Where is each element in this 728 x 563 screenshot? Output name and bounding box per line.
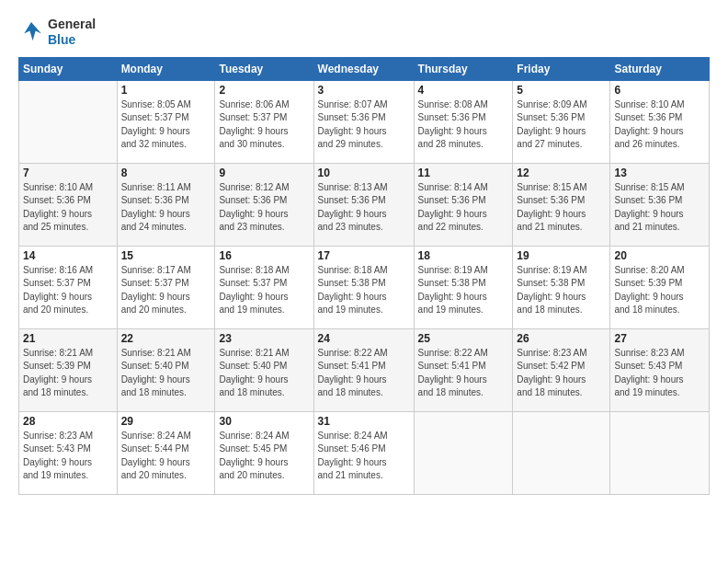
header-day-thursday: Thursday — [414, 57, 513, 80]
calendar-cell: 16Sunrise: 8:18 AMSunset: 5:37 PMDayligh… — [215, 246, 313, 328]
day-number: 13 — [614, 167, 705, 179]
calendar-cell: 27Sunrise: 8:23 AMSunset: 5:43 PMDayligh… — [610, 328, 710, 411]
calendar-cell: 14Sunrise: 8:16 AMSunset: 5:37 PMDayligh… — [19, 246, 118, 328]
day-info: Sunrise: 8:06 AMSunset: 5:37 PMDaylight:… — [219, 98, 309, 152]
day-number: 27 — [614, 332, 705, 345]
calendar-cell: 13Sunrise: 8:15 AMSunset: 5:36 PMDayligh… — [610, 163, 710, 246]
header-day-saturday: Saturday — [610, 57, 710, 80]
day-number: 20 — [614, 249, 705, 262]
day-number: 19 — [517, 249, 606, 262]
calendar-cell: 31Sunrise: 8:24 AMSunset: 5:46 PMDayligh… — [313, 411, 414, 494]
calendar-cell: 5Sunrise: 8:09 AMSunset: 5:36 PMDaylight… — [513, 80, 610, 163]
day-info: Sunrise: 8:20 AMSunset: 5:39 PMDaylight:… — [614, 264, 705, 317]
calendar-cell: 29Sunrise: 8:24 AMSunset: 5:44 PMDayligh… — [117, 411, 215, 494]
calendar-cell: 7Sunrise: 8:10 AMSunset: 5:36 PMDaylight… — [19, 163, 118, 246]
header-day-tuesday: Tuesday — [215, 57, 313, 80]
calendar-cell — [610, 411, 710, 494]
calendar-header-row: SundayMondayTuesdayWednesdayThursdayFrid… — [19, 57, 710, 80]
day-info: Sunrise: 8:24 AMSunset: 5:46 PMDaylight:… — [318, 430, 410, 483]
calendar-cell: 6Sunrise: 8:10 AMSunset: 5:36 PMDaylight… — [610, 80, 710, 163]
day-info: Sunrise: 8:18 AMSunset: 5:38 PMDaylight:… — [318, 264, 410, 317]
logo: General Blue — [18, 17, 96, 48]
day-number: 17 — [318, 249, 410, 262]
day-info: Sunrise: 8:17 AMSunset: 5:37 PMDaylight:… — [121, 264, 211, 317]
day-number: 10 — [318, 167, 410, 179]
calendar-cell: 21Sunrise: 8:21 AMSunset: 5:39 PMDayligh… — [19, 328, 118, 411]
calendar-cell: 4Sunrise: 8:08 AMSunset: 5:36 PMDaylight… — [414, 80, 513, 163]
day-info: Sunrise: 8:08 AMSunset: 5:36 PMDaylight:… — [418, 98, 509, 152]
calendar-cell: 26Sunrise: 8:23 AMSunset: 5:42 PMDayligh… — [513, 328, 610, 411]
calendar-week-row: 28Sunrise: 8:23 AMSunset: 5:43 PMDayligh… — [19, 411, 710, 494]
calendar-cell: 9Sunrise: 8:12 AMSunset: 5:36 PMDaylight… — [215, 163, 313, 246]
header-day-monday: Monday — [117, 57, 215, 80]
day-info: Sunrise: 8:15 AMSunset: 5:36 PMDaylight:… — [517, 181, 606, 235]
calendar-cell: 11Sunrise: 8:14 AMSunset: 5:36 PMDayligh… — [414, 163, 513, 246]
day-info: Sunrise: 8:12 AMSunset: 5:36 PMDaylight:… — [219, 181, 309, 235]
day-info: Sunrise: 8:19 AMSunset: 5:38 PMDaylight:… — [517, 264, 606, 317]
calendar-cell: 1Sunrise: 8:05 AMSunset: 5:37 PMDaylight… — [117, 80, 215, 163]
day-number: 30 — [219, 415, 309, 428]
day-number: 15 — [121, 249, 211, 262]
day-info: Sunrise: 8:24 AMSunset: 5:45 PMDaylight:… — [219, 430, 309, 483]
calendar-week-row: 1Sunrise: 8:05 AMSunset: 5:37 PMDaylight… — [19, 80, 710, 163]
day-number: 6 — [614, 84, 705, 97]
day-number: 28 — [23, 415, 113, 428]
day-number: 26 — [517, 332, 606, 345]
calendar-cell: 25Sunrise: 8:22 AMSunset: 5:41 PMDayligh… — [414, 328, 513, 411]
day-info: Sunrise: 8:18 AMSunset: 5:37 PMDaylight:… — [219, 264, 309, 317]
day-info: Sunrise: 8:13 AMSunset: 5:36 PMDaylight:… — [318, 181, 410, 235]
day-info: Sunrise: 8:09 AMSunset: 5:36 PMDaylight:… — [517, 98, 606, 152]
logo-icon — [18, 19, 44, 45]
day-info: Sunrise: 8:23 AMSunset: 5:43 PMDaylight:… — [23, 430, 113, 483]
calendar-cell: 18Sunrise: 8:19 AMSunset: 5:38 PMDayligh… — [414, 246, 513, 328]
day-info: Sunrise: 8:10 AMSunset: 5:36 PMDaylight:… — [614, 98, 705, 152]
day-number: 7 — [23, 167, 113, 179]
day-info: Sunrise: 8:23 AMSunset: 5:43 PMDaylight:… — [614, 347, 705, 400]
day-number: 14 — [23, 249, 113, 262]
calendar-cell: 19Sunrise: 8:19 AMSunset: 5:38 PMDayligh… — [513, 246, 610, 328]
day-info: Sunrise: 8:22 AMSunset: 5:41 PMDaylight:… — [318, 347, 410, 400]
calendar-cell: 8Sunrise: 8:11 AMSunset: 5:36 PMDaylight… — [117, 163, 215, 246]
header-day-friday: Friday — [513, 57, 610, 80]
day-number: 2 — [219, 84, 309, 97]
calendar-cell — [414, 411, 513, 494]
page: General Blue SundayMondayTuesdayWednesda… — [0, 0, 728, 563]
calendar-week-row: 14Sunrise: 8:16 AMSunset: 5:37 PMDayligh… — [19, 246, 710, 328]
calendar-cell: 23Sunrise: 8:21 AMSunset: 5:40 PMDayligh… — [215, 328, 313, 411]
day-number: 9 — [219, 167, 309, 179]
calendar-cell: 20Sunrise: 8:20 AMSunset: 5:39 PMDayligh… — [610, 246, 710, 328]
calendar-cell: 24Sunrise: 8:22 AMSunset: 5:41 PMDayligh… — [313, 328, 414, 411]
day-info: Sunrise: 8:14 AMSunset: 5:36 PMDaylight:… — [418, 181, 509, 235]
header: General Blue — [18, 17, 710, 48]
calendar-cell: 28Sunrise: 8:23 AMSunset: 5:43 PMDayligh… — [19, 411, 118, 494]
day-number: 5 — [517, 84, 606, 97]
day-info: Sunrise: 8:19 AMSunset: 5:38 PMDaylight:… — [418, 264, 509, 317]
day-number: 21 — [23, 332, 113, 345]
header-day-wednesday: Wednesday — [313, 57, 414, 80]
day-number: 18 — [418, 249, 509, 262]
calendar-cell: 2Sunrise: 8:06 AMSunset: 5:37 PMDaylight… — [215, 80, 313, 163]
day-number: 16 — [219, 249, 309, 262]
calendar-cell: 12Sunrise: 8:15 AMSunset: 5:36 PMDayligh… — [513, 163, 610, 246]
svg-marker-0 — [24, 22, 41, 40]
day-number: 22 — [121, 332, 211, 345]
day-number: 12 — [517, 167, 606, 179]
calendar-cell: 3Sunrise: 8:07 AMSunset: 5:36 PMDaylight… — [313, 80, 414, 163]
day-number: 31 — [318, 415, 410, 428]
calendar-week-row: 21Sunrise: 8:21 AMSunset: 5:39 PMDayligh… — [19, 328, 710, 411]
day-info: Sunrise: 8:11 AMSunset: 5:36 PMDaylight:… — [121, 181, 211, 235]
calendar-table: SundayMondayTuesdayWednesdayThursdayFrid… — [18, 57, 710, 495]
day-number: 24 — [318, 332, 410, 345]
day-number: 23 — [219, 332, 309, 345]
calendar-cell — [19, 80, 118, 163]
header-day-sunday: Sunday — [19, 57, 118, 80]
day-number: 29 — [121, 415, 211, 428]
calendar-week-row: 7Sunrise: 8:10 AMSunset: 5:36 PMDaylight… — [19, 163, 710, 246]
logo-text: General Blue — [48, 17, 96, 48]
day-info: Sunrise: 8:24 AMSunset: 5:44 PMDaylight:… — [121, 430, 211, 483]
day-info: Sunrise: 8:21 AMSunset: 5:39 PMDaylight:… — [23, 347, 113, 400]
day-info: Sunrise: 8:22 AMSunset: 5:41 PMDaylight:… — [418, 347, 509, 400]
day-number: 1 — [121, 84, 211, 97]
day-info: Sunrise: 8:05 AMSunset: 5:37 PMDaylight:… — [121, 98, 211, 152]
day-number: 8 — [121, 167, 211, 179]
